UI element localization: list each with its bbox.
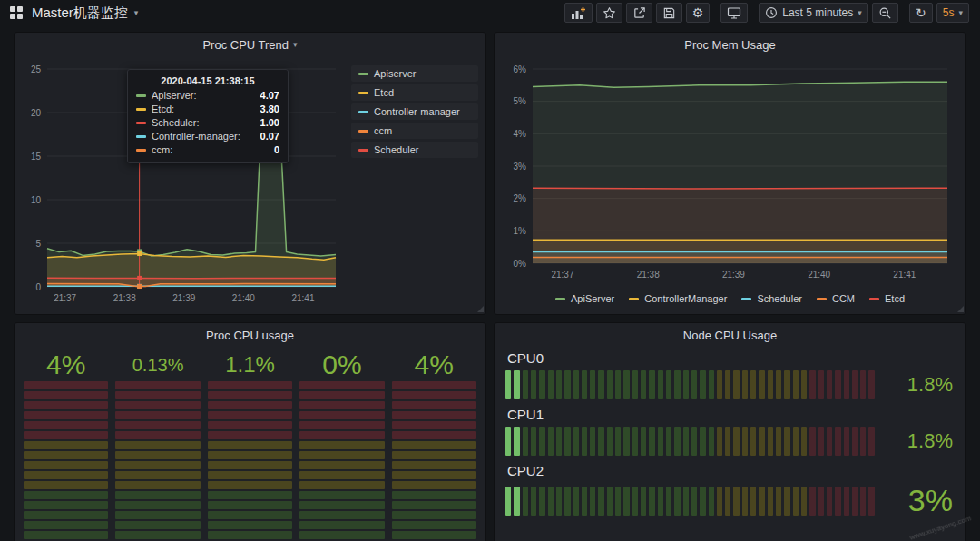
share-dashboard-button[interactable]	[626, 3, 652, 23]
svg-text:1%: 1%	[514, 226, 527, 236]
tooltip-row: ccm:0	[136, 144, 279, 155]
navbar: Master机器监控 ▾ ⚙	[0, 0, 980, 25]
panel-resize-handle[interactable]	[477, 306, 484, 312]
gauge-value: 1.1%	[208, 349, 292, 381]
node-cpu-gauge: CPU23%	[505, 463, 955, 518]
add-panel-button[interactable]	[564, 3, 593, 23]
svg-text:2%: 2%	[514, 193, 527, 203]
monitor-icon	[727, 6, 741, 20]
legend-item[interactable]: Scheduler	[741, 293, 802, 304]
cpu-proc-gauge: 1.1%	[208, 349, 292, 541]
lcd-stack	[208, 381, 292, 541]
series-color-dash	[358, 92, 368, 94]
gauge-value: 3%	[875, 483, 955, 518]
refresh-interval-label: 5s	[943, 6, 955, 19]
tooltip-timestamp: 2020-04-15 21:38:15	[136, 75, 279, 86]
legend-item[interactable]: CCM	[817, 293, 855, 304]
panel-menu-caret-icon: ▾	[293, 40, 298, 49]
tooltip-row: Apiserver:4.07	[136, 90, 279, 101]
svg-text:0%: 0%	[514, 259, 527, 269]
chart-legend: ApiserverEtcdController-managerccmSchedu…	[344, 56, 480, 312]
panel-title-node-cpu-usage[interactable]: Node CPU Usage	[495, 323, 965, 347]
series-color-dash	[358, 149, 368, 152]
gauge-value: 0%	[299, 349, 384, 381]
svg-text:20: 20	[31, 108, 42, 118]
chevron-down-icon: ▾	[858, 8, 862, 17]
dashboards-grid-icon[interactable]	[9, 5, 24, 20]
star-icon	[603, 6, 616, 20]
panel-title-proc-mem-usage[interactable]: Proc Mem Usage	[495, 33, 965, 56]
save-icon	[662, 6, 676, 20]
proc-mem-usage-chart[interactable]: 0%1%2%3%4%5%6%21:3721:3821:3921:4021:41	[505, 56, 955, 287]
refresh-button[interactable]: ↻	[909, 3, 933, 23]
svg-text:25: 25	[31, 64, 42, 74]
dashboard-title: Master机器监控	[32, 5, 128, 22]
svg-text:21:38: 21:38	[637, 270, 660, 280]
chart-tooltip: 2020-04-15 21:38:15 Apiserver:4.07Etcd:3…	[127, 69, 289, 163]
legend-item[interactable]: ApiServer	[555, 293, 614, 304]
legend-item[interactable]: Apiserver	[351, 65, 478, 82]
series-color-dash	[136, 108, 146, 111]
legend-item[interactable]: Controller-manager	[351, 103, 478, 120]
panel-node-cpu-usage: Node CPU Usage CPU01.8%CPU11.8%CPU23%	[495, 323, 965, 541]
svg-text:4%: 4%	[514, 129, 527, 139]
panel-proc-mem-usage: Proc Mem Usage 0%1%2%3%4%5%6%21:3721:382…	[495, 33, 965, 314]
panel-proc-cpu-trend: Proc CPU Trend ▾ 2020-04-15 21:38:15 Api…	[15, 33, 485, 314]
refresh-interval-picker[interactable]: 5s ▾	[936, 3, 969, 23]
dashboard-title-dropdown[interactable]: Master机器监控 ▾	[32, 5, 138, 22]
svg-text:3%: 3%	[514, 162, 527, 172]
series-color-dash	[629, 298, 639, 300]
legend-item[interactable]: ControllerManager	[629, 293, 727, 304]
gauge-label: CPU2	[507, 463, 955, 478]
tooltip-row: Etcd:3.80	[136, 103, 279, 114]
lcd-stack	[115, 381, 200, 541]
tooltip-row: Controller-manager:0.07	[136, 131, 279, 142]
node-cpu-usage-gauges: CPU01.8%CPU11.8%CPU23%	[505, 349, 955, 526]
svg-text:10: 10	[31, 195, 42, 205]
series-color-dash	[136, 135, 146, 138]
legend-item[interactable]: ccm	[351, 123, 478, 139]
proc-cpu-trend-chart[interactable]: 2020-04-15 21:38:15 Apiserver:4.07Etcd:3…	[20, 56, 344, 312]
series-color-dash	[358, 111, 368, 113]
cycle-view-mode-button[interactable]	[720, 3, 748, 23]
lcd-stack	[299, 381, 384, 541]
zoom-out-icon	[878, 6, 892, 20]
chevron-down-icon: ▾	[134, 8, 139, 17]
svg-text:21:41: 21:41	[893, 270, 916, 280]
legend-item[interactable]: Etcd	[869, 293, 905, 304]
svg-text:21:38: 21:38	[113, 293, 136, 303]
dashboard-settings-button[interactable]: ⚙	[686, 3, 710, 23]
node-cpu-gauge: CPU11.8%	[505, 407, 955, 456]
node-cpu-gauge: CPU01.8%	[505, 350, 955, 399]
panel-title-proc-cpu-usage[interactable]: Proc CPU usage	[15, 323, 485, 347]
cpu-proc-gauge: 0.13%	[115, 349, 200, 541]
share-icon	[632, 6, 646, 20]
series-color-dash	[136, 94, 146, 97]
series-color-dash	[358, 73, 368, 75]
legend-item[interactable]: Scheduler	[351, 142, 478, 158]
series-color-dash	[741, 298, 751, 300]
time-range-picker[interactable]: Last 5 minutes ▾	[759, 3, 868, 23]
gauge-label: CPU0	[507, 350, 955, 366]
panel-title-text: Node CPU Usage	[683, 329, 777, 342]
gauge-label: CPU1	[507, 407, 955, 422]
series-color-dash	[136, 122, 146, 124]
panel-title-proc-cpu-trend[interactable]: Proc CPU Trend ▾	[15, 33, 485, 56]
cpu-proc-gauge: 4%	[24, 349, 108, 541]
svg-text:21:41: 21:41	[291, 293, 314, 303]
zoom-out-time-button[interactable]	[872, 3, 898, 23]
panel-title-text: Proc Mem Usage	[684, 38, 775, 52]
save-dashboard-button[interactable]	[656, 3, 682, 23]
gauge-value: 0.13%	[115, 349, 200, 381]
panel-resize-handle[interactable]	[957, 306, 964, 312]
panel-title-text: Proc CPU Trend	[202, 38, 289, 52]
series-color-dash	[817, 298, 827, 300]
lcd-cells	[505, 487, 875, 516]
svg-text:6%: 6%	[514, 64, 527, 74]
legend-item[interactable]: Etcd	[351, 84, 478, 101]
svg-text:5: 5	[35, 239, 41, 249]
svg-text:21:37: 21:37	[551, 270, 573, 280]
svg-text:5%: 5%	[514, 96, 527, 106]
star-dashboard-button[interactable]	[596, 3, 622, 23]
svg-text:21:37: 21:37	[54, 293, 76, 303]
